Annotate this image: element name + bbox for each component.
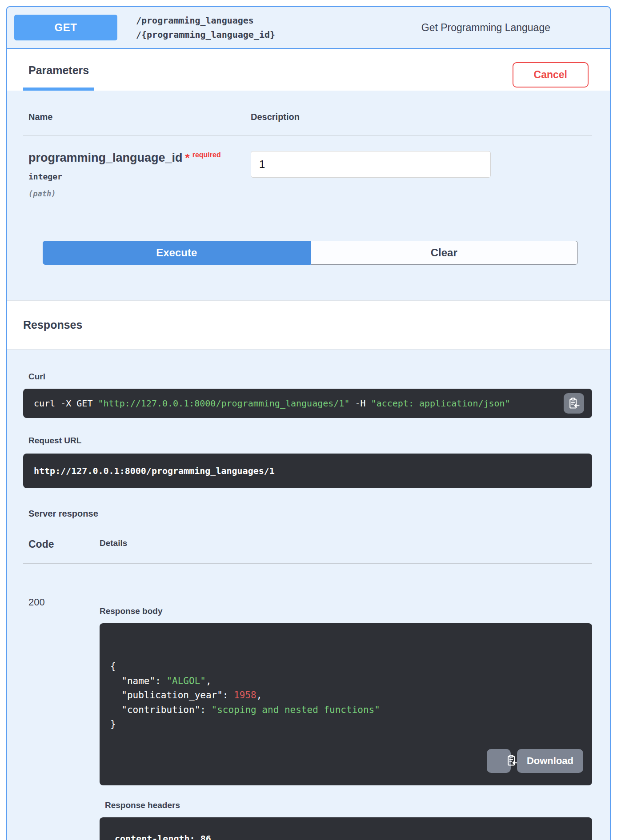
required-label: required	[192, 151, 221, 159]
execute-button[interactable]: Execute	[43, 241, 311, 265]
server-response-label: Server response	[23, 509, 592, 519]
responses-section-header: Responses	[7, 300, 610, 350]
request-url-value: http://127.0.0.1:8000/programming_langua…	[23, 454, 592, 488]
parameter-location: (path)	[28, 189, 251, 198]
clipboard-copy-icon	[479, 748, 518, 775]
endpoint-path-line1: /programming_languages	[136, 13, 275, 28]
response-body-json: { "name": "ALGOL", "publication_year": 1…	[110, 659, 581, 732]
http-method-badge: GET	[14, 15, 117, 40]
parameter-type: integer	[28, 172, 251, 181]
description-column-header: Description	[245, 112, 592, 122]
operation-description: Get Programming Language	[421, 22, 550, 34]
response-headers: content-length: 86content-type: applicat…	[100, 817, 592, 840]
response-body: { "name": "ALGOL", "publication_year": 1…	[100, 623, 592, 785]
server-response-divider	[23, 563, 592, 564]
request-url-label: Request URL	[23, 436, 592, 446]
download-button[interactable]: Download	[517, 749, 583, 773]
operation-summary-header[interactable]: GET /programming_languages /{programming…	[7, 7, 610, 49]
responses-title: Responses	[23, 318, 594, 331]
copy-curl-button[interactable]	[564, 393, 584, 414]
response-body-actions: Download	[487, 749, 583, 773]
parameters-section: Name Description programming_language_id…	[7, 91, 610, 300]
parameter-name: programming_language_id	[28, 151, 183, 164]
parameter-value-cell	[251, 151, 592, 198]
response-headers-label: Response headers	[100, 800, 592, 810]
endpoint-path: /programming_languages /{programming_lan…	[136, 13, 275, 42]
response-details-cell: Response body { "name": "ALGOL", "public…	[100, 597, 592, 840]
cancel-button[interactable]: Cancel	[513, 62, 589, 88]
curl-command: curl -X GET "http://127.0.0.1:8000/progr…	[23, 389, 592, 418]
status-code: 200	[23, 597, 100, 840]
parameter-value-input[interactable]	[251, 151, 491, 178]
required-asterisk: *	[185, 151, 190, 164]
execute-button-group: Execute Clear	[43, 241, 578, 265]
details-column-header: Details	[100, 538, 592, 550]
parameters-tab-bar: Parameters Cancel	[7, 49, 610, 91]
clear-button[interactable]: Clear	[311, 241, 578, 265]
endpoint-path-line2: /{programming_language_id}	[136, 28, 275, 42]
responses-section: Curl curl -X GET "http://127.0.0.1:8000/…	[7, 350, 610, 840]
code-column-header: Code	[23, 538, 100, 550]
operation-panel: GET /programming_languages /{programming…	[6, 6, 611, 840]
parameter-row: programming_language_id*required integer…	[23, 136, 592, 198]
response-body-label: Response body	[100, 606, 592, 616]
parameter-name-cell: programming_language_id*required integer…	[28, 151, 251, 198]
name-column-header: Name	[23, 112, 245, 122]
tab-parameters[interactable]: Parameters	[23, 61, 94, 91]
server-response-row: 200 Response body { "name": "ALGOL", "pu…	[23, 583, 592, 840]
curl-label: Curl	[23, 372, 592, 382]
copy-response-button[interactable]	[487, 749, 511, 773]
